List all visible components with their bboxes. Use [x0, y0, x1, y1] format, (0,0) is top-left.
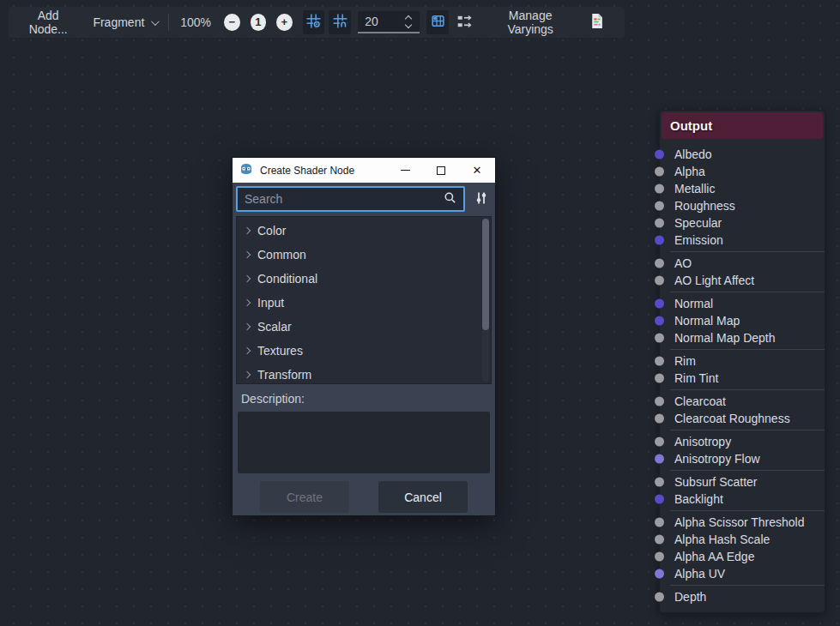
port-connector[interactable]	[655, 414, 664, 424]
port-connector[interactable]	[655, 259, 664, 268]
spinbox-arrows-icon[interactable]	[406, 16, 411, 27]
tree-item-common[interactable]: Common	[237, 243, 491, 267]
tree-scrollbar-thumb[interactable]	[482, 219, 489, 330]
port-connector[interactable]	[655, 150, 664, 160]
snap-distance-input[interactable]	[358, 15, 401, 28]
port-label: Alpha	[674, 165, 705, 178]
chevron-down-icon	[151, 17, 160, 26]
output-port-metallic: Metallic	[660, 180, 825, 197]
chevron-right-icon	[244, 251, 251, 258]
port-label: Normal Map Depth	[674, 331, 776, 345]
maximize-button[interactable]	[423, 158, 459, 183]
tree-item-transform[interactable]: Transform	[237, 363, 491, 384]
output-port-specular: Specular	[660, 214, 825, 232]
search-input[interactable]	[245, 192, 444, 206]
cancel-button[interactable]: Cancel	[378, 481, 468, 513]
port-group-separator	[670, 585, 825, 586]
port-label: Alpha Scissor Threshold	[674, 515, 804, 529]
output-port-clearcoat-roughness: Clearcoat Roughness	[660, 410, 825, 427]
port-connector[interactable]	[655, 593, 664, 602]
port-connector[interactable]	[655, 397, 664, 406]
tree-item-input[interactable]: Input	[237, 291, 491, 315]
port-connector[interactable]	[655, 219, 664, 228]
port-connector[interactable]	[655, 518, 664, 527]
godot-app-icon	[239, 162, 253, 179]
port-connector[interactable]	[655, 535, 664, 545]
manage-varyings-button[interactable]: Manage Varyings	[487, 9, 573, 36]
minimize-button[interactable]	[387, 158, 423, 183]
create-button[interactable]: Create	[260, 481, 349, 513]
port-group-separator	[670, 389, 825, 390]
port-connector[interactable]	[655, 276, 664, 286]
tree-item-color[interactable]: Color	[237, 219, 491, 243]
output-port-depth: Depth	[660, 588, 825, 605]
zoom-out-button[interactable]: −	[224, 14, 240, 31]
output-node[interactable]: Output AlbedoAlphaMetallicRoughnessSpecu…	[659, 110, 825, 613]
port-connector[interactable]	[655, 184, 664, 194]
tree-item-conditional[interactable]: Conditional	[237, 267, 491, 291]
zoom-in-button[interactable]: +	[276, 14, 293, 31]
port-connector[interactable]	[655, 299, 664, 309]
port-connector[interactable]	[655, 374, 664, 383]
filter-tools-button[interactable]	[471, 189, 492, 209]
dialog-titlebar[interactable]: Create Shader Node ✕	[233, 158, 495, 183]
port-group-separator	[670, 349, 825, 350]
zoom-reset-button[interactable]: 1	[251, 14, 267, 31]
port-connector[interactable]	[655, 316, 664, 326]
port-connector[interactable]	[655, 569, 664, 579]
zoom-level-label: 100%	[180, 15, 211, 29]
port-connector[interactable]	[655, 552, 664, 562]
minimap-toggle-button[interactable]	[426, 10, 449, 34]
port-connector[interactable]	[655, 202, 664, 211]
port-connector[interactable]	[655, 167, 664, 177]
port-connector[interactable]	[655, 478, 664, 487]
port-group-separator	[670, 292, 825, 292]
tree-item-label: Color	[257, 224, 286, 238]
graph-canvas[interactable]: Add Node... Fragment 100% − 1 +	[0, 0, 840, 626]
port-label: Anisotropy	[674, 435, 731, 448]
output-port-alpha-scissor-threshold: Alpha Scissor Threshold	[660, 514, 825, 531]
tree-scrollbar-track[interactable]	[482, 219, 489, 382]
port-label: Alpha Hash Scale	[674, 533, 770, 546]
port-label: Albedo	[674, 147, 712, 161]
snap-magnet-icon	[333, 14, 347, 31]
output-port-rim-tint: Rim Tint	[660, 370, 825, 387]
search-field	[236, 186, 465, 212]
output-port-normal: Normal	[660, 295, 825, 312]
shader-code-preview-button[interactable]	[585, 10, 607, 34]
port-label: Roughness	[674, 199, 735, 213]
output-node-header[interactable]: Output	[662, 112, 823, 139]
arrange-nodes-icon	[456, 14, 472, 32]
description-label: Description:	[241, 392, 305, 406]
port-connector[interactable]	[655, 454, 664, 464]
snap-distance-spinbox[interactable]	[358, 11, 420, 33]
shader-editor-toolbar: Add Node... Fragment 100% − 1 +	[9, 7, 625, 38]
description-panel	[238, 412, 490, 473]
snap-toggle-button[interactable]	[329, 10, 351, 34]
port-connector[interactable]	[655, 334, 664, 343]
port-label: Clearcoat Roughness	[674, 412, 790, 425]
arrange-nodes-button[interactable]	[453, 10, 475, 34]
dialog-title: Create Shader Node	[260, 165, 354, 177]
port-group-separator	[670, 430, 825, 430]
grid-toggle-button[interactable]	[303, 10, 325, 34]
port-connector[interactable]	[655, 236, 664, 245]
output-port-alpha-hash-scale: Alpha Hash Scale	[660, 531, 825, 548]
output-port-ao-light-affect: AO Light Affect	[660, 272, 825, 289]
port-label: Normal Map	[674, 314, 740, 328]
port-connector[interactable]	[655, 437, 664, 447]
output-port-alpha-aa-edge: Alpha AA Edge	[660, 548, 825, 565]
tree-item-scalar[interactable]: Scalar	[237, 315, 491, 339]
close-button[interactable]: ✕	[459, 158, 495, 183]
tree-item-label: Textures	[257, 344, 303, 358]
port-connector[interactable]	[655, 495, 664, 504]
tree-item-label: Scalar	[257, 320, 292, 334]
add-node-button[interactable]: Add Node...	[19, 9, 77, 36]
port-label: Metallic	[674, 182, 715, 196]
dialog-body: ColorCommonConditionalInputScalarTexture…	[233, 183, 495, 513]
output-port-clearcoat: Clearcoat	[660, 393, 825, 410]
tree-item-textures[interactable]: Textures	[237, 339, 491, 363]
port-connector[interactable]	[655, 357, 664, 366]
output-node-body: AlbedoAlphaMetallicRoughnessSpecularEmis…	[660, 141, 825, 612]
shader-stage-dropdown[interactable]: Fragment	[93, 15, 157, 29]
